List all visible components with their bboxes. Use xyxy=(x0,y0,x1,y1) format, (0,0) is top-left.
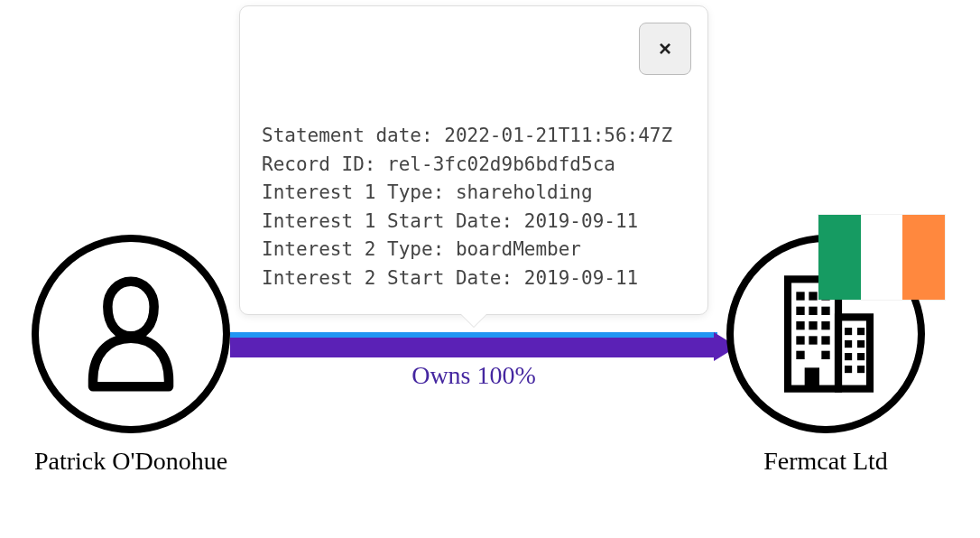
ireland-flag-icon xyxy=(818,215,945,300)
svg-rect-12 xyxy=(796,336,804,344)
svg-rect-10 xyxy=(809,321,817,329)
svg-rect-14 xyxy=(821,336,829,344)
svg-rect-19 xyxy=(845,340,852,348)
node-person-label: Patrick O'Donohue xyxy=(27,446,235,477)
svg-rect-23 xyxy=(845,366,852,373)
svg-rect-9 xyxy=(796,321,804,329)
svg-rect-20 xyxy=(857,340,864,348)
svg-rect-7 xyxy=(809,307,817,315)
node-company-label: Fermcat Ltd xyxy=(722,446,929,477)
node-company-circle xyxy=(726,235,925,433)
popover-content: Statement date: 2022-01-21T11:56:47Z Rec… xyxy=(262,122,686,292)
svg-rect-3 xyxy=(796,292,804,300)
close-button[interactable]: × xyxy=(639,23,691,75)
svg-rect-22 xyxy=(857,353,864,360)
node-person-circle xyxy=(32,235,230,433)
node-company: Fermcat Ltd xyxy=(722,235,929,477)
svg-rect-6 xyxy=(796,307,804,315)
relationship-details-popover: × Statement date: 2022-01-21T11:56:47Z R… xyxy=(239,5,708,315)
svg-rect-16 xyxy=(821,351,829,359)
ownership-edge-label: Owns 100% xyxy=(230,361,717,390)
svg-rect-21 xyxy=(845,353,852,360)
svg-rect-4 xyxy=(809,292,817,300)
svg-rect-8 xyxy=(821,307,829,315)
ownership-edge xyxy=(230,332,717,361)
svg-rect-11 xyxy=(821,321,829,329)
svg-rect-15 xyxy=(796,351,804,359)
svg-rect-13 xyxy=(809,336,817,344)
popover-tail-icon xyxy=(461,314,486,327)
node-person: Patrick O'Donohue xyxy=(27,235,235,477)
svg-rect-1 xyxy=(838,317,870,388)
person-icon xyxy=(77,271,185,397)
svg-rect-24 xyxy=(857,366,864,373)
close-icon: × xyxy=(659,36,671,61)
svg-rect-2 xyxy=(805,367,819,388)
svg-rect-18 xyxy=(857,328,864,335)
svg-rect-17 xyxy=(845,328,852,335)
